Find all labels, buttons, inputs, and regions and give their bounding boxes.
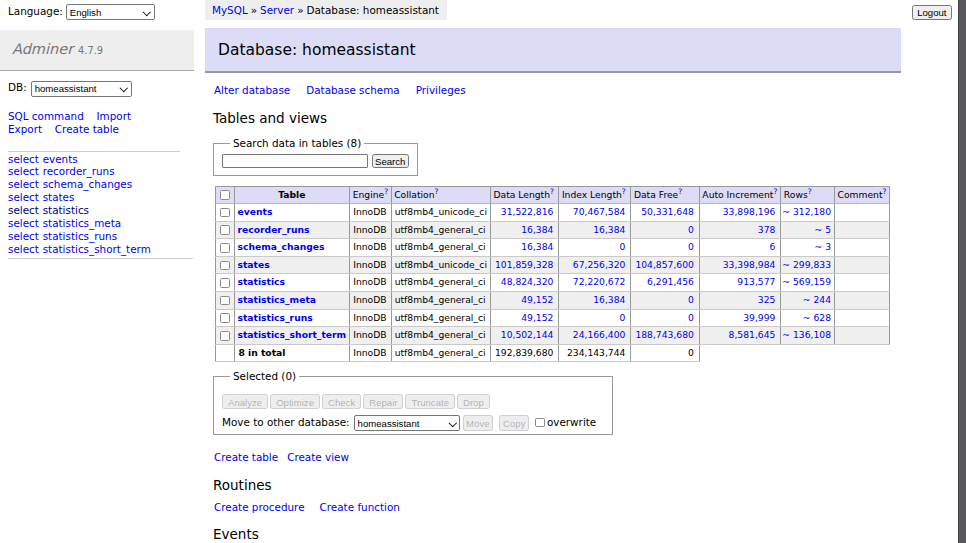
row-checkbox[interactable] xyxy=(220,331,230,341)
row-checkbox[interactable] xyxy=(220,208,230,218)
help-link[interactable]: ? xyxy=(384,186,388,195)
sidebar-table-link[interactable]: statistics xyxy=(43,204,89,216)
search-button[interactable]: Search xyxy=(372,154,409,169)
data-length-link[interactable]: 101,859,328 xyxy=(495,259,553,270)
data-free-link[interactable]: 188,743,680 xyxy=(635,329,693,340)
sidebar-link-import[interactable]: Import xyxy=(97,110,132,122)
rows-link[interactable]: ~ 244 xyxy=(803,294,831,305)
adminer-logo[interactable]: Adminer xyxy=(12,41,73,57)
help-link[interactable]: ? xyxy=(435,186,439,195)
table-name-link[interactable]: statistics_runs xyxy=(238,312,313,323)
sidebar-link-export[interactable]: Export xyxy=(8,123,42,135)
index-length-link[interactable]: 16,384 xyxy=(593,294,625,305)
data-length-link[interactable]: 16,384 xyxy=(521,224,553,235)
data-free-link[interactable]: 104,857,600 xyxy=(635,259,693,270)
drop-button[interactable]: Drop xyxy=(457,394,490,410)
move-button[interactable]: Move xyxy=(463,415,493,431)
overwrite-checkbox[interactable] xyxy=(535,418,545,428)
auto-increment-link[interactable]: 39,999 xyxy=(743,312,775,323)
index-length-link[interactable]: 0 xyxy=(620,312,626,323)
help-link[interactable]: ? xyxy=(678,186,682,195)
table-name-link[interactable]: statistics_short_term xyxy=(238,329,347,340)
help-link[interactable]: ? xyxy=(622,186,626,195)
index-length-link[interactable]: 16,384 xyxy=(593,224,625,235)
breadcrumb-item[interactable]: MySQL xyxy=(212,4,248,16)
auto-increment-link[interactable]: 378 xyxy=(758,224,776,235)
db-select[interactable]: homeassistant xyxy=(31,81,132,97)
data-length-link[interactable]: 48,824,320 xyxy=(501,276,554,287)
row-checkbox[interactable] xyxy=(220,278,230,288)
help-link[interactable]: ? xyxy=(550,186,554,195)
sidebar-select-link[interactable]: select xyxy=(8,243,39,255)
row-checkbox[interactable] xyxy=(220,296,230,306)
row-checkbox[interactable] xyxy=(220,243,230,253)
auto-increment-link[interactable]: 6 xyxy=(770,241,776,252)
sidebar-select-link[interactable]: select xyxy=(8,153,39,165)
row-checkbox[interactable] xyxy=(220,313,230,323)
auto-increment-link[interactable]: 913,577 xyxy=(737,276,775,287)
check-button[interactable]: Check xyxy=(322,394,361,410)
link-alter-database[interactable]: Alter database xyxy=(214,84,290,96)
help-link[interactable]: ? xyxy=(883,186,887,195)
index-length-link[interactable]: 70,467,584 xyxy=(573,206,626,217)
row-checkbox[interactable] xyxy=(220,261,230,271)
link-privileges[interactable]: Privileges xyxy=(416,84,466,96)
sidebar-select-link[interactable]: select xyxy=(8,230,39,242)
copy-button[interactable]: Copy xyxy=(499,415,529,431)
link-create-table[interactable]: Create table xyxy=(214,451,278,463)
table-name-link[interactable]: recorder_runs xyxy=(238,224,310,235)
sidebar-link-sql-command[interactable]: SQL command xyxy=(8,110,84,122)
data-free-link[interactable]: 0 xyxy=(688,241,694,252)
rows-link[interactable]: ~ 3 xyxy=(815,241,831,252)
sidebar-table-link[interactable]: statistics_meta xyxy=(43,217,121,229)
rows-link[interactable]: ~ 299,833 xyxy=(782,259,831,270)
link-create-view[interactable]: Create view xyxy=(287,451,349,463)
data-length-link[interactable]: 16,384 xyxy=(521,241,553,252)
move-database-select[interactable]: homeassistant xyxy=(354,415,461,431)
index-length-link[interactable]: 24,166,400 xyxy=(573,329,626,340)
auto-increment-link[interactable]: 8,581,645 xyxy=(729,329,776,340)
table-name-link[interactable]: statistics_meta xyxy=(238,294,317,305)
link-create-procedure[interactable]: Create procedure xyxy=(214,501,305,513)
rows-link[interactable]: ~ 312,180 xyxy=(782,206,831,217)
optimize-button[interactable]: Optimize xyxy=(270,394,320,410)
data-length-link[interactable]: 49,152 xyxy=(521,312,553,323)
rows-link[interactable]: ~ 569,159 xyxy=(782,276,831,287)
sidebar-link-create-table[interactable]: Create table xyxy=(55,123,119,135)
data-length-link[interactable]: 49,152 xyxy=(521,294,553,305)
help-link[interactable]: ? xyxy=(773,186,777,195)
sidebar-table-link[interactable]: statistics_short_term xyxy=(43,243,151,255)
sidebar-table-link[interactable]: statistics_runs xyxy=(43,230,117,242)
sidebar-select-link[interactable]: select xyxy=(8,204,39,216)
data-free-link[interactable]: 6,291,456 xyxy=(647,276,694,287)
scrollbar[interactable] xyxy=(958,0,966,543)
help-link[interactable]: ? xyxy=(808,186,812,195)
sidebar-table-link[interactable]: states xyxy=(43,191,75,203)
sidebar-table-link[interactable]: schema_changes xyxy=(43,178,132,190)
truncate-button[interactable]: Truncate xyxy=(405,394,455,410)
data-length-link[interactable]: 31,522,816 xyxy=(501,206,554,217)
sidebar-select-link[interactable]: select xyxy=(8,165,39,177)
auto-increment-link[interactable]: 33,898,196 xyxy=(723,206,776,217)
data-length-link[interactable]: 10,502,144 xyxy=(501,329,554,340)
rows-link[interactable]: ~ 5 xyxy=(815,224,831,235)
link-database-schema[interactable]: Database schema xyxy=(306,84,399,96)
data-free-link[interactable]: 0 xyxy=(688,294,694,305)
rows-link[interactable]: ~ 136,108 xyxy=(782,329,831,340)
index-length-link[interactable]: 67,256,320 xyxy=(573,259,626,270)
row-checkbox[interactable] xyxy=(220,225,230,235)
sidebar-select-link[interactable]: select xyxy=(8,217,39,229)
search-input[interactable] xyxy=(222,154,368,168)
data-free-link[interactable]: 0 xyxy=(688,224,694,235)
sidebar-table-link[interactable]: recorder_runs xyxy=(43,165,115,177)
table-name-link[interactable]: events xyxy=(238,206,273,217)
index-length-link[interactable]: 72,220,672 xyxy=(573,276,626,287)
table-name-link[interactable]: statistics xyxy=(238,276,286,287)
auto-increment-link[interactable]: 33,398,984 xyxy=(723,259,776,270)
link-create-function[interactable]: Create function xyxy=(320,501,400,513)
select-all-checkbox[interactable] xyxy=(220,190,230,200)
logout-button[interactable]: Logout xyxy=(912,5,951,20)
repair-button[interactable]: Repair xyxy=(363,394,403,410)
index-length-link[interactable]: 0 xyxy=(620,241,626,252)
data-free-link[interactable]: 50,331,648 xyxy=(641,206,694,217)
